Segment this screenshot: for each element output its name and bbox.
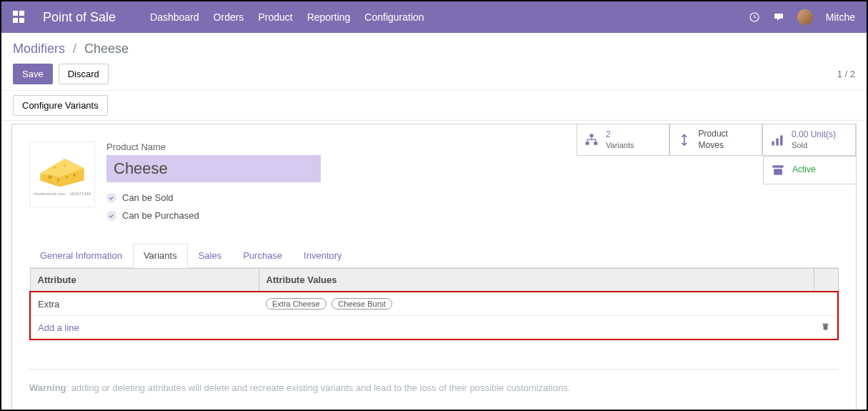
svg-rect-8 xyxy=(774,169,782,175)
svg-rect-1 xyxy=(590,134,594,137)
config-bar: Configure Variants xyxy=(1,90,867,121)
discard-button[interactable]: Discard xyxy=(59,64,109,84)
svg-point-9 xyxy=(48,175,51,179)
breadcrumb-parent[interactable]: Modifiers xyxy=(13,41,65,56)
tag[interactable]: Cheese Burst xyxy=(331,298,392,310)
tab-inventory[interactable]: Inventory xyxy=(293,244,352,267)
tab-sales[interactable]: Sales xyxy=(188,244,233,267)
clock-icon[interactable] xyxy=(749,11,760,23)
stat-product-moves-label: Product Moves xyxy=(699,129,754,151)
tab-general-information[interactable]: General Information xyxy=(29,244,133,267)
warning-label: Warning xyxy=(29,382,66,393)
tag[interactable]: Extra Cheese xyxy=(266,298,326,310)
stat-variants[interactable]: 2 Variants xyxy=(577,124,669,156)
add-line-link[interactable]: Add a line xyxy=(38,322,79,333)
table-row[interactable]: Extra Extra Cheese Cheese Burst xyxy=(30,292,838,316)
can-be-sold-label: Can be Sold xyxy=(122,192,174,203)
warning-bar: Warning: adding or deleting attributes w… xyxy=(29,369,839,393)
apps-icon[interactable] xyxy=(13,11,26,24)
cell-trash xyxy=(814,292,838,316)
product-image[interactable]: shutterstock.com · 161971364 xyxy=(29,142,95,207)
archive-icon xyxy=(771,163,785,177)
username[interactable]: Mitche xyxy=(826,11,855,23)
check-icon xyxy=(109,195,114,201)
col-attribute-values: Attribute Values xyxy=(259,269,814,292)
page-header: Modifiers / Cheese Save Discard 1 / 2 xyxy=(1,33,867,90)
svg-point-10 xyxy=(57,179,60,182)
arrows-icon xyxy=(677,133,692,147)
bars-icon xyxy=(770,133,784,147)
col-attribute: Attribute xyxy=(30,269,259,292)
svg-rect-4 xyxy=(772,141,774,145)
stat-variants-label: Variants xyxy=(606,140,634,150)
sitemap-icon xyxy=(584,133,599,147)
svg-rect-5 xyxy=(776,138,778,145)
product-name-input[interactable] xyxy=(106,155,321,182)
nav-links: Dashboard Orders Product Reporting Confi… xyxy=(150,11,749,23)
breadcrumb: Modifiers / Cheese xyxy=(13,41,855,56)
stat-variants-count: 2 xyxy=(606,129,634,141)
nav-orders[interactable]: Orders xyxy=(214,11,244,23)
svg-rect-2 xyxy=(586,142,589,144)
stat-sold-value: 0.00 Unit(s) xyxy=(792,129,836,141)
trash-icon[interactable] xyxy=(821,322,830,333)
stat-sold-label: Sold xyxy=(792,140,836,150)
nav-reporting[interactable]: Reporting xyxy=(307,11,351,23)
stat-active[interactable]: Active xyxy=(763,156,857,184)
nav-configuration[interactable]: Configuration xyxy=(364,11,424,23)
stat-buttons: 2 Variants Product Moves 0.00 Unit(s) So… xyxy=(577,124,857,184)
cell-values[interactable]: Extra Cheese Cheese Burst xyxy=(259,292,814,316)
stat-product-moves[interactable]: Product Moves xyxy=(669,124,762,156)
breadcrumb-sep: / xyxy=(73,41,76,56)
svg-rect-3 xyxy=(594,142,597,144)
stat-active-label: Active xyxy=(792,164,816,176)
nav-dashboard[interactable]: Dashboard xyxy=(150,11,199,23)
checkbox-can-be-purchased[interactable] xyxy=(106,211,116,221)
svg-point-14 xyxy=(64,165,66,167)
chat-icon[interactable] xyxy=(773,11,784,23)
svg-rect-6 xyxy=(780,135,782,145)
svg-point-13 xyxy=(54,167,56,169)
checkbox-can-be-sold[interactable] xyxy=(106,193,116,203)
tabs: General Information Variants Sales Purch… xyxy=(29,244,839,268)
nav-product[interactable]: Product xyxy=(258,11,292,23)
cheese-icon xyxy=(38,153,86,189)
top-navbar: Point of Sale Dashboard Orders Product R… xyxy=(1,1,867,33)
can-be-purchased-label: Can be Purchased xyxy=(122,210,199,221)
svg-rect-7 xyxy=(773,166,784,168)
svg-point-12 xyxy=(73,174,76,177)
breadcrumb-current: Cheese xyxy=(84,41,129,56)
attributes-table: Attribute Attribute Values Extra Extra C… xyxy=(29,268,839,340)
warning-text: : adding or deleting attributes will del… xyxy=(66,382,571,393)
pager[interactable]: 1 / 2 xyxy=(837,69,855,79)
table-row-add: Add a line xyxy=(30,316,838,340)
check-icon xyxy=(109,213,114,219)
save-button[interactable]: Save xyxy=(13,64,53,84)
form-sheet: 2 Variants Product Moves 0.00 Unit(s) So… xyxy=(11,124,857,411)
cell-attribute[interactable]: Extra xyxy=(30,292,259,316)
configure-variants-button[interactable]: Configure Variants xyxy=(13,95,108,116)
svg-point-11 xyxy=(66,176,68,178)
stat-sold[interactable]: 0.00 Unit(s) Sold xyxy=(762,124,856,156)
tab-purchase[interactable]: Purchase xyxy=(232,244,293,267)
col-actions xyxy=(814,269,838,292)
avatar[interactable] xyxy=(797,9,813,25)
brand-title[interactable]: Point of Sale xyxy=(43,10,116,25)
tab-variants[interactable]: Variants xyxy=(133,244,188,268)
image-caption: shutterstock.com · 161971364 xyxy=(34,192,91,196)
